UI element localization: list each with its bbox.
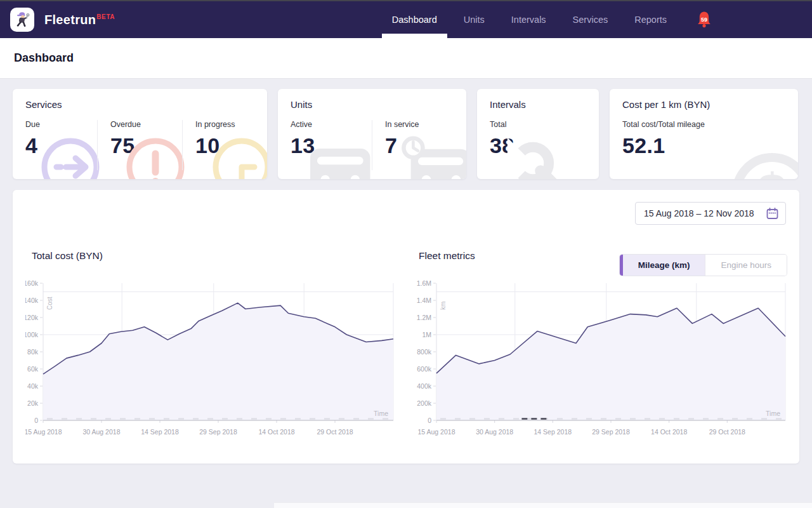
svg-text:600k: 600k [417, 365, 432, 373]
nav-item-dashboard[interactable]: Dashboard [379, 1, 450, 38]
svg-text:1.6M: 1.6M [417, 279, 431, 287]
date-range-value: 15 Aug 2018 – 12 Nov 2018 [644, 208, 754, 218]
metric-cost-per-km: Total cost/Total mileage 52.1 $ [622, 120, 798, 170]
svg-text:29 Sep 2018: 29 Sep 2018 [592, 428, 630, 436]
svg-text:1.4M: 1.4M [417, 297, 431, 304]
calendar-icon [766, 208, 778, 220]
brand: FleetrunBETA [44, 13, 115, 27]
svg-text:400k: 400k [417, 382, 432, 390]
app-logo[interactable] [10, 8, 34, 32]
charts-row: Total cost (BYN) 020k40k60k80k100k120k14… [25, 250, 787, 441]
toggle-engine-hours[interactable]: Engine hours [705, 255, 787, 276]
main-nav: Dashboard Units Intervals Services Repor… [379, 1, 680, 38]
page-title: Dashboard [14, 51, 74, 65]
date-range-picker[interactable]: 15 Aug 2018 – 12 Nov 2018 [635, 202, 786, 225]
svg-text:200k: 200k [417, 399, 432, 407]
svg-text:14 Sep 2018: 14 Sep 2018 [141, 428, 179, 436]
svg-text:Cost: Cost [46, 297, 53, 310]
navbar: FleetrunBETA Dashboard Units Intervals S… [0, 0, 812, 38]
svg-text:30 Aug 2018: 30 Aug 2018 [83, 428, 121, 436]
svg-text:$: $ [757, 163, 787, 179]
svg-text:1.2M: 1.2M [417, 314, 431, 321]
svg-text:Time: Time [374, 410, 388, 417]
content: Services Due 4 Overdue 75 [0, 79, 812, 464]
toggle-mileage[interactable]: Mileage (km) [620, 255, 705, 276]
svg-text:30 Aug 2018: 30 Aug 2018 [476, 428, 513, 436]
charts-panel: 15 Aug 2018 – 12 Nov 2018 Total cost (BY… [13, 190, 799, 464]
svg-text:60k: 60k [27, 365, 39, 373]
total-cost-chart: 020k40k60k80k100k120k140k160k15 Aug 2018… [25, 278, 400, 441]
svg-text:0: 0 [34, 417, 38, 424]
svg-text:15 Aug 2018: 15 Aug 2018 [418, 428, 455, 436]
metric-overdue: Overdue 75 [97, 120, 182, 170]
svg-text:14 Oct 2018: 14 Oct 2018 [258, 428, 294, 436]
svg-text:20k: 20k [27, 399, 39, 407]
card-intervals: Intervals Total 38 [477, 89, 599, 179]
total-cost-chart-block: Total cost (BYN) 020k40k60k80k100k120k14… [25, 250, 400, 441]
mascot-mechanic-icon [11, 9, 33, 30]
svg-text:Time: Time [766, 410, 780, 417]
metric-in-progress: In progress 10 [182, 120, 267, 170]
nav-item-intervals[interactable]: Intervals [498, 1, 560, 38]
svg-text:29 Sep 2018: 29 Sep 2018 [199, 428, 237, 436]
card-cost-per-km: Cost per 1 km (BYN) Total cost/Total mil… [610, 89, 798, 179]
svg-text:15 Aug 2018: 15 Aug 2018 [25, 428, 62, 436]
svg-text:km: km [440, 302, 447, 310]
svg-text:14 Sep 2018: 14 Sep 2018 [534, 428, 572, 436]
metric-active: Active 13 [291, 120, 372, 170]
fleet-metrics-chart: 0200k400k600k800k1M1.2M1.4M1.6M15 Aug 20… [406, 278, 787, 441]
fleet-metrics-chart-block: Fleet metrics Mileage (km) Engine hours … [406, 250, 787, 441]
nav-item-units[interactable]: Units [450, 1, 498, 38]
svg-text:40k: 40k [27, 382, 39, 390]
svg-text:100k: 100k [25, 331, 39, 338]
svg-text:120k: 120k [25, 314, 39, 321]
card-units: Units Active 13 In service 7 [278, 89, 466, 179]
horizontal-scrollbar-track[interactable] [274, 502, 812, 508]
beta-badge: BETA [96, 13, 115, 20]
card-services: Services Due 4 Overdue 75 [13, 89, 267, 179]
svg-text:0: 0 [428, 417, 431, 424]
svg-text:140k: 140k [25, 297, 39, 304]
metric-due: Due 4 [25, 120, 97, 170]
card-title: Services [25, 99, 267, 110]
nav-item-reports[interactable]: Reports [621, 1, 680, 38]
card-title: Cost per 1 km (BYN) [622, 99, 798, 110]
notification-bell[interactable]: 59 [697, 11, 712, 29]
stat-cards-row: Services Due 4 Overdue 75 [13, 89, 799, 179]
svg-text:160k: 160k [25, 279, 39, 287]
svg-text:29 Oct 2018: 29 Oct 2018 [709, 428, 745, 436]
notification-count: 59 [701, 17, 707, 23]
metric-in-service: In service 7 [372, 120, 466, 170]
brand-name: Fleetrun [44, 13, 96, 27]
svg-text:800k: 800k [417, 348, 432, 356]
card-title: Units [291, 99, 466, 110]
total-cost-chart-title: Total cost (BYN) [32, 250, 400, 262]
svg-text:1M: 1M [422, 331, 431, 338]
page-header: Dashboard [0, 38, 812, 79]
nav-item-services[interactable]: Services [560, 1, 622, 38]
metric-total-intervals: Total 38 [490, 120, 599, 170]
svg-text:80k: 80k [27, 348, 39, 356]
svg-text:29 Oct 2018: 29 Oct 2018 [317, 428, 353, 436]
svg-text:14 Oct 2018: 14 Oct 2018 [651, 428, 687, 436]
fleet-metric-toggle: Mileage (km) Engine hours [620, 255, 787, 276]
card-title: Intervals [490, 99, 599, 110]
